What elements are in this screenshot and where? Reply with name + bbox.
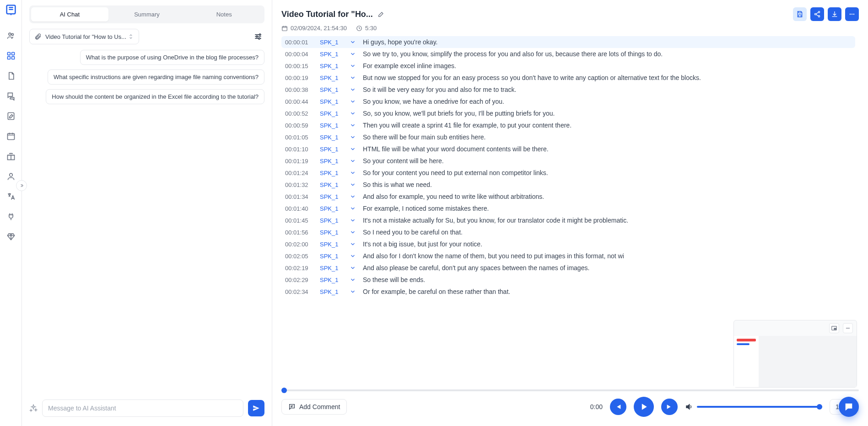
chevron-down-icon[interactable] bbox=[349, 146, 356, 152]
transcript-row[interactable]: 00:01:56SPK_1So I need you to be careful… bbox=[281, 226, 855, 238]
transcript-speaker[interactable]: SPK_1 bbox=[320, 86, 343, 93]
edit-icon[interactable] bbox=[6, 112, 16, 121]
transcript-speaker[interactable]: SPK_1 bbox=[320, 75, 343, 81]
transcript-speaker[interactable]: SPK_1 bbox=[320, 146, 343, 153]
transcript-row[interactable]: 00:01:05SPK_1So there will be four main … bbox=[281, 131, 855, 143]
chevron-down-icon[interactable] bbox=[349, 86, 356, 93]
transcript-speaker[interactable]: SPK_1 bbox=[320, 253, 343, 260]
tab-ai-chat[interactable]: AI Chat bbox=[31, 7, 108, 21]
transcript-speaker[interactable]: SPK_1 bbox=[320, 205, 343, 212]
transcript-speaker[interactable]: SPK_1 bbox=[320, 241, 343, 248]
chevron-down-icon[interactable] bbox=[349, 205, 356, 212]
chevron-down-icon[interactable] bbox=[349, 98, 356, 105]
transcript-speaker[interactable]: SPK_1 bbox=[320, 217, 343, 224]
transcript-row[interactable]: 00:01:10SPK_1HTML file will be what your… bbox=[281, 143, 855, 155]
prev-button[interactable] bbox=[610, 399, 626, 415]
transcript-row[interactable]: 00:01:32SPK_1So this is what we need. bbox=[281, 179, 855, 191]
share-button[interactable] bbox=[810, 7, 824, 21]
transcript-row[interactable]: 00:02:19SPK_1And also please be careful,… bbox=[281, 262, 855, 274]
diamond-icon[interactable] bbox=[6, 232, 16, 241]
chevron-down-icon[interactable] bbox=[349, 217, 356, 224]
suggestion-chip[interactable]: What is the purpose of using OneDrive in… bbox=[80, 50, 264, 65]
next-button[interactable] bbox=[661, 399, 678, 415]
transcript-speaker[interactable]: SPK_1 bbox=[320, 277, 343, 283]
transcript-row[interactable]: 00:02:00SPK_1It's not a big issue, but j… bbox=[281, 238, 855, 250]
transcript-row[interactable]: 00:01:19SPK_1So your content will be her… bbox=[281, 155, 855, 167]
document-icon[interactable] bbox=[6, 71, 16, 80]
transcript-speaker[interactable]: SPK_1 bbox=[320, 193, 343, 200]
transcript-row[interactable]: 00:01:24SPK_1So for your content you nee… bbox=[281, 167, 855, 179]
transcript-speaker[interactable]: SPK_1 bbox=[320, 265, 343, 272]
transcript-speaker[interactable]: SPK_1 bbox=[320, 158, 343, 165]
translate-icon[interactable] bbox=[6, 192, 16, 201]
transcript-speaker[interactable]: SPK_1 bbox=[320, 110, 343, 117]
file-select[interactable]: Video Tutorial for "How to Us... bbox=[29, 29, 139, 44]
transcript-row[interactable]: 00:00:04SPK_1So we try to, you know, sim… bbox=[281, 48, 855, 60]
chevron-down-icon[interactable] bbox=[349, 110, 356, 117]
chevron-down-icon[interactable] bbox=[349, 75, 356, 81]
chevron-down-icon[interactable] bbox=[349, 134, 356, 140]
expand-rail-button[interactable] bbox=[16, 180, 27, 191]
people-icon[interactable] bbox=[6, 31, 16, 40]
pip-button[interactable] bbox=[829, 323, 839, 333]
filter-button[interactable] bbox=[252, 30, 264, 43]
gift-icon[interactable] bbox=[6, 152, 16, 161]
volume-slider[interactable] bbox=[697, 406, 822, 408]
transcript-speaker[interactable]: SPK_1 bbox=[320, 63, 343, 69]
transcript-row[interactable]: 00:00:38SPK_1So it will be very easy for… bbox=[281, 84, 855, 96]
transcript-speaker[interactable]: SPK_1 bbox=[320, 122, 343, 129]
chevron-down-icon[interactable] bbox=[349, 51, 356, 57]
chevron-down-icon[interactable] bbox=[349, 288, 356, 295]
transcript-row[interactable]: 00:01:34SPK_1And also for example, you n… bbox=[281, 191, 855, 202]
plug-icon[interactable] bbox=[6, 212, 16, 221]
more-button[interactable] bbox=[845, 7, 859, 21]
minimize-button[interactable] bbox=[843, 323, 853, 333]
transcript-row[interactable]: 00:00:01SPK_1Hi guys, hope you're okay. bbox=[281, 36, 855, 48]
transcript-row[interactable]: 00:00:52SPK_1So, so you know, we'll put … bbox=[281, 107, 855, 119]
chevron-down-icon[interactable] bbox=[349, 122, 356, 128]
chat-icon[interactable] bbox=[6, 91, 16, 101]
add-comment-button[interactable]: Add Comment bbox=[281, 399, 347, 415]
transcript-speaker[interactable]: SPK_1 bbox=[320, 170, 343, 176]
chat-input[interactable] bbox=[42, 399, 243, 417]
transcript-row[interactable]: 00:01:45SPK_1It's not a mistake actually… bbox=[281, 214, 855, 226]
calendar-icon[interactable] bbox=[6, 132, 16, 141]
play-button[interactable] bbox=[634, 397, 654, 417]
transcript-row[interactable]: 00:00:59SPK_1Then you will create a spri… bbox=[281, 119, 855, 131]
chevron-down-icon[interactable] bbox=[349, 158, 356, 164]
tab-notes[interactable]: Notes bbox=[185, 7, 263, 21]
chevron-down-icon[interactable] bbox=[349, 277, 356, 283]
chevron-down-icon[interactable] bbox=[349, 193, 356, 200]
suggestion-chip[interactable]: How should the content be organized in t… bbox=[46, 89, 264, 104]
transcript-speaker[interactable]: SPK_1 bbox=[320, 134, 343, 141]
transcript-speaker[interactable]: SPK_1 bbox=[320, 51, 343, 58]
chevron-down-icon[interactable] bbox=[349, 229, 356, 235]
transcript-speaker[interactable]: SPK_1 bbox=[320, 98, 343, 105]
chevron-down-icon[interactable] bbox=[349, 265, 356, 271]
save-button[interactable] bbox=[793, 7, 807, 21]
help-fab[interactable] bbox=[839, 397, 859, 417]
transcript-row[interactable]: 00:00:19SPK_1But now we stopped for you … bbox=[281, 72, 855, 84]
transcript-speaker[interactable]: SPK_1 bbox=[320, 229, 343, 236]
video-thumbnail-body[interactable] bbox=[734, 336, 857, 387]
volume-handle[interactable] bbox=[817, 404, 822, 410]
download-button[interactable] bbox=[828, 7, 841, 21]
tab-summary[interactable]: Summary bbox=[108, 7, 186, 21]
chevron-down-icon[interactable] bbox=[349, 181, 356, 188]
chevron-down-icon[interactable] bbox=[349, 39, 356, 45]
grid-icon[interactable] bbox=[6, 51, 16, 60]
progress-handle[interactable] bbox=[281, 388, 287, 393]
transcript-row[interactable]: 00:00:15SPK_1For example excel inline im… bbox=[281, 60, 855, 72]
volume-icon[interactable] bbox=[685, 403, 693, 411]
transcript-row[interactable]: 00:02:05SPK_1And also for I don't know t… bbox=[281, 250, 855, 262]
transcript-speaker[interactable]: SPK_1 bbox=[320, 288, 343, 295]
transcript-row[interactable]: 00:01:40SPK_1For example, I noticed some… bbox=[281, 202, 855, 214]
transcript-row[interactable]: 00:02:29SPK_1So these will be ends. bbox=[281, 274, 855, 286]
chevron-down-icon[interactable] bbox=[349, 253, 356, 259]
transcript-speaker[interactable]: SPK_1 bbox=[320, 39, 343, 46]
suggestion-chip[interactable]: What specific instructions are given reg… bbox=[48, 69, 264, 85]
send-button[interactable] bbox=[248, 400, 264, 416]
chevron-down-icon[interactable] bbox=[349, 63, 356, 69]
transcript-row[interactable]: 00:02:34SPK_1Or for example, be careful … bbox=[281, 286, 855, 298]
progress-bar[interactable] bbox=[281, 389, 859, 391]
